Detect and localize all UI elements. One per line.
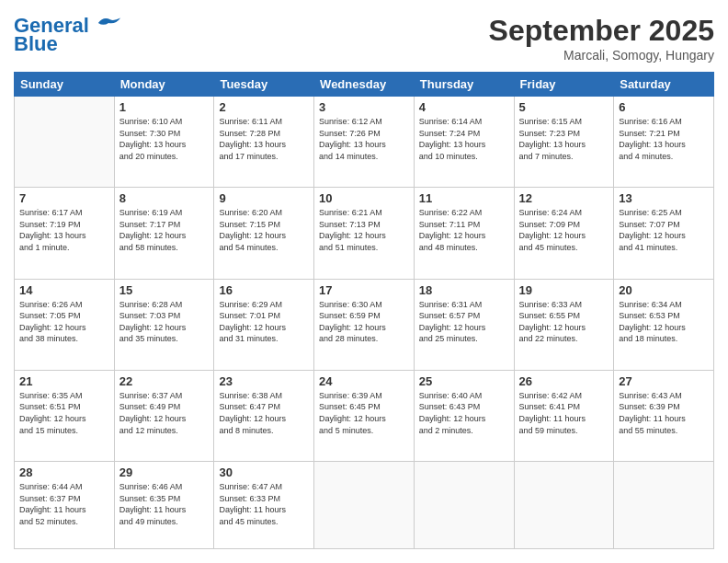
calendar-day-cell: 19Sunrise: 6:33 AM Sunset: 6:55 PM Dayli… xyxy=(514,279,614,370)
calendar-day-cell: 16Sunrise: 6:29 AM Sunset: 7:01 PM Dayli… xyxy=(214,279,314,370)
calendar-day-cell: 25Sunrise: 6:40 AM Sunset: 6:43 PM Dayli… xyxy=(414,370,514,461)
calendar-day-cell: 27Sunrise: 6:43 AM Sunset: 6:39 PM Dayli… xyxy=(614,370,714,461)
calendar-table: SundayMondayTuesdayWednesdayThursdayFrid… xyxy=(14,72,714,549)
calendar-day-cell: 8Sunrise: 6:19 AM Sunset: 7:17 PM Daylig… xyxy=(114,188,214,279)
day-number: 30 xyxy=(219,465,309,479)
day-number: 27 xyxy=(619,374,709,388)
logo-bird-icon xyxy=(97,14,122,32)
calendar-day-cell: 29Sunrise: 6:46 AM Sunset: 6:35 PM Dayli… xyxy=(114,462,214,549)
calendar-day-cell: 26Sunrise: 6:42 AM Sunset: 6:41 PM Dayli… xyxy=(514,370,614,461)
calendar-day-cell: 11Sunrise: 6:22 AM Sunset: 7:11 PM Dayli… xyxy=(414,188,514,279)
calendar-day-cell: 10Sunrise: 6:21 AM Sunset: 7:13 PM Dayli… xyxy=(314,188,415,279)
calendar-day-cell: 4Sunrise: 6:14 AM Sunset: 7:24 PM Daylig… xyxy=(414,97,514,188)
day-info: Sunrise: 6:22 AM Sunset: 7:11 PM Dayligh… xyxy=(419,207,509,253)
calendar-day-cell xyxy=(614,462,714,549)
day-info: Sunrise: 6:35 AM Sunset: 6:51 PM Dayligh… xyxy=(19,390,109,436)
day-number: 21 xyxy=(19,374,109,388)
month-title: September 2025 xyxy=(489,14,714,48)
day-number: 4 xyxy=(419,100,509,114)
calendar-week-row: 1Sunrise: 6:10 AM Sunset: 7:30 PM Daylig… xyxy=(15,97,714,188)
title-block: September 2025 Marcali, Somogy, Hungary xyxy=(489,14,714,63)
day-number: 23 xyxy=(219,374,309,388)
calendar-day-cell xyxy=(15,97,115,188)
calendar-day-cell: 28Sunrise: 6:44 AM Sunset: 6:37 PM Dayli… xyxy=(15,462,115,549)
calendar-day-cell: 3Sunrise: 6:12 AM Sunset: 7:26 PM Daylig… xyxy=(314,97,415,188)
day-info: Sunrise: 6:30 AM Sunset: 6:59 PM Dayligh… xyxy=(319,299,409,345)
day-info: Sunrise: 6:43 AM Sunset: 6:39 PM Dayligh… xyxy=(619,390,709,436)
day-info: Sunrise: 6:24 AM Sunset: 7:09 PM Dayligh… xyxy=(519,207,609,253)
calendar-day-cell: 24Sunrise: 6:39 AM Sunset: 6:45 PM Dayli… xyxy=(314,370,415,461)
day-number: 12 xyxy=(519,191,609,205)
day-number: 9 xyxy=(219,191,309,205)
calendar-day-header: Monday xyxy=(114,73,214,97)
day-number: 28 xyxy=(19,465,109,479)
location: Marcali, Somogy, Hungary xyxy=(489,48,714,63)
day-info: Sunrise: 6:12 AM Sunset: 7:26 PM Dayligh… xyxy=(319,116,409,162)
day-info: Sunrise: 6:42 AM Sunset: 6:41 PM Dayligh… xyxy=(519,390,609,436)
calendar-day-cell: 13Sunrise: 6:25 AM Sunset: 7:07 PM Dayli… xyxy=(614,188,714,279)
calendar-day-cell: 12Sunrise: 6:24 AM Sunset: 7:09 PM Dayli… xyxy=(514,188,614,279)
calendar-day-header: Friday xyxy=(514,73,614,97)
calendar-day-header: Saturday xyxy=(614,73,714,97)
day-info: Sunrise: 6:10 AM Sunset: 7:30 PM Dayligh… xyxy=(119,116,210,162)
day-info: Sunrise: 6:38 AM Sunset: 6:47 PM Dayligh… xyxy=(219,390,309,436)
calendar-day-cell: 5Sunrise: 6:15 AM Sunset: 7:23 PM Daylig… xyxy=(514,97,614,188)
calendar-day-header: Wednesday xyxy=(314,73,415,97)
day-number: 16 xyxy=(219,283,309,297)
calendar-day-cell: 2Sunrise: 6:11 AM Sunset: 7:28 PM Daylig… xyxy=(214,97,314,188)
calendar-day-cell: 1Sunrise: 6:10 AM Sunset: 7:30 PM Daylig… xyxy=(114,97,214,188)
calendar-day-cell: 9Sunrise: 6:20 AM Sunset: 7:15 PM Daylig… xyxy=(214,188,314,279)
day-number: 26 xyxy=(519,374,609,388)
day-info: Sunrise: 6:26 AM Sunset: 7:05 PM Dayligh… xyxy=(19,299,109,345)
day-number: 15 xyxy=(119,283,210,297)
calendar-day-header: Sunday xyxy=(15,73,115,97)
day-number: 22 xyxy=(119,374,210,388)
calendar-day-cell: 22Sunrise: 6:37 AM Sunset: 6:49 PM Dayli… xyxy=(114,370,214,461)
day-info: Sunrise: 6:37 AM Sunset: 6:49 PM Dayligh… xyxy=(119,390,210,436)
day-number: 24 xyxy=(319,374,409,388)
day-number: 1 xyxy=(119,100,210,114)
day-info: Sunrise: 6:14 AM Sunset: 7:24 PM Dayligh… xyxy=(419,116,509,162)
calendar-day-cell: 7Sunrise: 6:17 AM Sunset: 7:19 PM Daylig… xyxy=(15,188,115,279)
calendar-day-cell xyxy=(414,462,514,549)
day-info: Sunrise: 6:44 AM Sunset: 6:37 PM Dayligh… xyxy=(19,481,109,527)
day-info: Sunrise: 6:25 AM Sunset: 7:07 PM Dayligh… xyxy=(619,207,709,253)
day-number: 29 xyxy=(119,465,210,479)
logo: General Blue xyxy=(14,14,123,55)
day-number: 14 xyxy=(19,283,109,297)
day-number: 5 xyxy=(519,100,609,114)
calendar-day-cell: 20Sunrise: 6:34 AM Sunset: 6:53 PM Dayli… xyxy=(614,279,714,370)
calendar-day-cell: 30Sunrise: 6:47 AM Sunset: 6:33 PM Dayli… xyxy=(214,462,314,549)
day-number: 25 xyxy=(419,374,509,388)
calendar-day-cell: 14Sunrise: 6:26 AM Sunset: 7:05 PM Dayli… xyxy=(15,279,115,370)
day-number: 13 xyxy=(619,191,709,205)
day-info: Sunrise: 6:15 AM Sunset: 7:23 PM Dayligh… xyxy=(519,116,609,162)
calendar-day-cell: 15Sunrise: 6:28 AM Sunset: 7:03 PM Dayli… xyxy=(114,279,214,370)
day-info: Sunrise: 6:28 AM Sunset: 7:03 PM Dayligh… xyxy=(119,299,210,345)
day-number: 20 xyxy=(619,283,709,297)
day-info: Sunrise: 6:39 AM Sunset: 6:45 PM Dayligh… xyxy=(319,390,409,436)
day-number: 11 xyxy=(419,191,509,205)
day-info: Sunrise: 6:16 AM Sunset: 7:21 PM Dayligh… xyxy=(619,116,709,162)
day-info: Sunrise: 6:33 AM Sunset: 6:55 PM Dayligh… xyxy=(519,299,609,345)
day-info: Sunrise: 6:46 AM Sunset: 6:35 PM Dayligh… xyxy=(119,481,210,527)
day-number: 6 xyxy=(619,100,709,114)
day-info: Sunrise: 6:11 AM Sunset: 7:28 PM Dayligh… xyxy=(219,116,309,162)
calendar-day-header: Tuesday xyxy=(214,73,314,97)
header: General Blue September 2025 Marcali, Som… xyxy=(14,14,714,63)
day-number: 2 xyxy=(219,100,309,114)
day-number: 19 xyxy=(519,283,609,297)
day-number: 3 xyxy=(319,100,409,114)
day-number: 7 xyxy=(19,191,109,205)
day-info: Sunrise: 6:31 AM Sunset: 6:57 PM Dayligh… xyxy=(419,299,509,345)
calendar-day-cell: 17Sunrise: 6:30 AM Sunset: 6:59 PM Dayli… xyxy=(314,279,415,370)
calendar-week-row: 14Sunrise: 6:26 AM Sunset: 7:05 PM Dayli… xyxy=(15,279,714,370)
day-info: Sunrise: 6:34 AM Sunset: 6:53 PM Dayligh… xyxy=(619,299,709,345)
calendar-day-cell xyxy=(514,462,614,549)
day-number: 17 xyxy=(319,283,409,297)
day-number: 8 xyxy=(119,191,210,205)
calendar-day-cell xyxy=(314,462,415,549)
calendar-day-cell: 23Sunrise: 6:38 AM Sunset: 6:47 PM Dayli… xyxy=(214,370,314,461)
calendar-week-row: 21Sunrise: 6:35 AM Sunset: 6:51 PM Dayli… xyxy=(15,370,714,461)
day-info: Sunrise: 6:29 AM Sunset: 7:01 PM Dayligh… xyxy=(219,299,309,345)
